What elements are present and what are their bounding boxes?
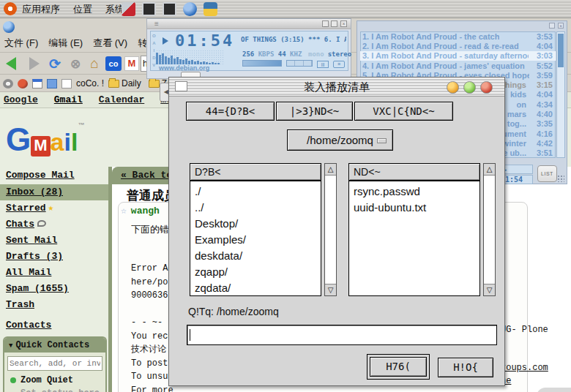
quoted-text-blob[interactable] <box>537 388 571 392</box>
top-link[interactable]: Calendar <box>99 94 144 105</box>
top-link[interactable]: Google <box>4 94 38 105</box>
oaidv-letter[interactable]: D <box>152 54 156 61</box>
file-item[interactable]: rsync.passwd <box>354 184 479 200</box>
stop-button[interactable]: ⊗ <box>66 54 85 73</box>
terminal-icon[interactable] <box>142 2 156 16</box>
browser-menu[interactable]: 文件 (F) <box>4 37 38 50</box>
balance-slider[interactable] <box>286 60 313 67</box>
contacts-link[interactable]: Contacts <box>6 320 51 331</box>
track-marquee[interactable]: OF THINGS (3:15) *** 6. I AM <box>241 36 346 43</box>
top-link[interactable]: Gmail <box>54 94 83 105</box>
calendar-icon[interactable] <box>32 79 42 88</box>
maximize-ball-icon[interactable] <box>463 81 476 94</box>
ok-button[interactable]: H76( <box>370 357 427 377</box>
oaidv-letter[interactable]: O <box>152 32 156 39</box>
dialog-top-button-2[interactable]: |>3}ND<~ <box>276 102 353 121</box>
browser-menu[interactable]: 查看 (V) <box>93 37 127 50</box>
close-icon[interactable]: × <box>340 20 347 27</box>
directory-item[interactable]: ./ <box>195 184 321 200</box>
oaidv-letter[interactable]: I <box>152 47 156 54</box>
sidebar-item[interactable]: Inbox (28) <box>0 184 108 200</box>
directory-item[interactable]: zqapp/ <box>195 264 321 280</box>
spectrum-analyzer[interactable] <box>156 50 223 64</box>
minimize-icon[interactable]: _ <box>322 20 329 27</box>
bookmark-folder[interactable]: Daily <box>108 78 141 88</box>
shade-icon[interactable] <box>331 20 337 27</box>
oaidv-letter[interactable]: V <box>152 61 156 69</box>
volume-slider[interactable] <box>242 60 282 67</box>
close-icon[interactable]: × <box>558 23 564 29</box>
scroll-down-icon[interactable]: ▽ <box>325 284 336 295</box>
resize-grip[interactable] <box>557 175 564 182</box>
sender-name[interactable]: wangh <box>131 206 160 216</box>
status-setter[interactable]: Set status here ▼ <box>4 388 105 392</box>
close-ball-icon[interactable] <box>480 81 493 94</box>
browser-menu[interactable]: 编辑 (E) <box>48 37 83 50</box>
sidebar-item[interactable]: Spam (1655) <box>0 281 108 297</box>
scroll-down-icon[interactable]: ▽ <box>484 284 495 295</box>
reload-button[interactable]: ⟳ <box>45 54 64 73</box>
star-icon[interactable]: ☆ <box>121 206 127 216</box>
contact-search-input[interactable] <box>7 356 102 371</box>
sidebar-item[interactable]: Drafts (3) <box>0 249 108 265</box>
co-bookmarklet-icon[interactable]: co <box>105 56 122 71</box>
equalizer-button[interactable]: ||| <box>317 61 329 68</box>
directory-item[interactable]: ../ <box>195 200 321 216</box>
shade-icon[interactable] <box>549 23 555 29</box>
panel-menu[interactable]: 应用程序 <box>22 3 60 16</box>
dialog-top-button-3[interactable]: VXC|C{ND<~ <box>354 102 453 121</box>
directory-item[interactable]: deskdata/ <box>195 248 321 264</box>
browser-globe-icon[interactable] <box>183 2 197 16</box>
compose-mail-link[interactable]: Compose Mail <box>6 170 75 181</box>
playlist-track[interactable]: 2. I Am Robot And Proud - read & re-read… <box>360 41 556 50</box>
path-dropdown[interactable]: /home/zoomq <box>287 129 393 151</box>
python-icon[interactable] <box>204 2 217 16</box>
minimize-ball-icon[interactable] <box>447 81 459 94</box>
menu-icon[interactable]: ≡ <box>154 19 159 29</box>
panel-menu[interactable]: 位置 <box>73 3 92 16</box>
dialog-top-button-1[interactable]: 44={D?B< <box>186 102 275 121</box>
playlist-track[interactable]: 1. I Am Robot And Proud - the catch3:53 <box>360 31 556 41</box>
scroll-up-icon[interactable]: △ <box>484 164 495 176</box>
blue-bookmark-icon[interactable] <box>47 79 57 88</box>
xmms-titlebar[interactable]: ≡ _ × <box>147 19 351 29</box>
filename-input[interactable] <box>187 325 497 345</box>
oaidv-letter[interactable]: A <box>152 39 156 47</box>
scrollbar-thumb[interactable] <box>558 34 564 67</box>
files-scrollbar[interactable]: △ ▽ <box>483 163 496 296</box>
elapsed-time[interactable]: 01:54 <box>175 31 234 50</box>
quick-contacts-header[interactable]: ▼Quick Contacts <box>4 338 105 353</box>
gear-icon[interactable] <box>3 79 13 88</box>
sidebar-item[interactable]: Trash <box>0 297 108 313</box>
gmail-m-icon[interactable]: M <box>124 56 139 71</box>
playlist-track[interactable]: 3. I Am Robot And Proud - saturday after… <box>360 51 556 61</box>
sidebar-item[interactable]: Starred★ <box>0 200 108 216</box>
back-button[interactable] <box>1 54 20 73</box>
dialog-titlebar[interactable]: 装入播放清单 <box>169 78 504 97</box>
contact-row[interactable]: Zoom Quiet <box>4 375 105 385</box>
directory-item[interactable]: zqdata/ <box>195 280 321 296</box>
sidebar-item[interactable]: Sent Mail <box>0 233 108 249</box>
home-button[interactable]: ⌂ <box>85 54 104 73</box>
cancel-button[interactable]: H!O{ <box>438 358 493 377</box>
ubuntu-logo-icon[interactable] <box>4 2 17 15</box>
page-icon[interactable] <box>61 79 72 88</box>
playlist-track[interactable]: 4. I Am Robot And Proud - james' equatio… <box>360 61 556 70</box>
list-menu-button[interactable]: LIST <box>537 165 557 182</box>
file-item[interactable]: uuid-ubuntu.txt <box>354 200 479 216</box>
sidebar-item[interactable]: Chats <box>0 216 108 233</box>
directory-item[interactable]: Examples/ <box>195 232 321 248</box>
utility-knife-icon[interactable] <box>122 2 135 16</box>
directory-item[interactable]: Desktop/ <box>195 216 321 232</box>
scroll-up-icon[interactable]: △ <box>325 164 336 176</box>
forward-button[interactable] <box>25 54 44 73</box>
oaidv-column[interactable]: OAIDV <box>152 32 156 69</box>
back-to-link[interactable]: « Back to <box>112 170 172 181</box>
sidebar-item[interactable]: All Mail <box>0 265 108 281</box>
bookmark-coco[interactable]: coCo. ! <box>76 78 104 88</box>
console-icon[interactable] <box>163 2 176 16</box>
playlist-button[interactable]: ≡ <box>333 61 345 68</box>
playlist-scrollbar[interactable] <box>556 31 565 158</box>
directories-scrollbar[interactable]: △ ▽ <box>324 163 337 296</box>
bug-icon[interactable] <box>18 79 28 88</box>
